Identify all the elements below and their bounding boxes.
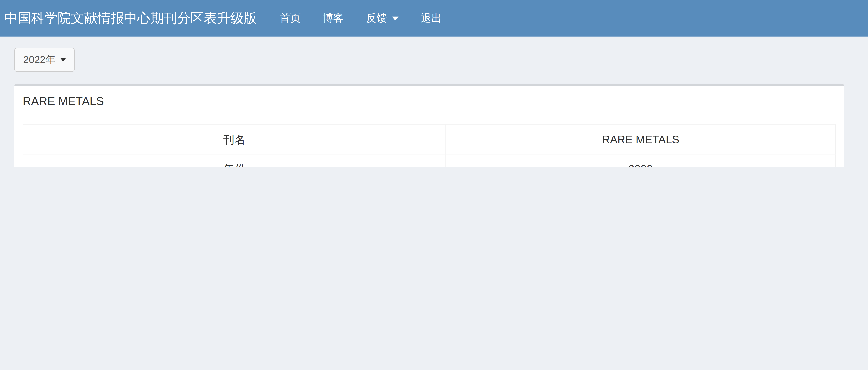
toolbar: 2022年 xyxy=(0,37,868,72)
nav-item-blog[interactable]: 博客 xyxy=(312,0,355,37)
nav-item-feedback[interactable]: 反馈 xyxy=(355,0,410,37)
journal-panel: RARE METALS 刊名 RARE METALS 年份 2022 ISSN … xyxy=(14,84,844,166)
navbar: 中国科学院文献情报中心期刊分区表升级版 首页 博客 反馈 退出 xyxy=(0,0,868,37)
caret-down-icon xyxy=(60,58,66,61)
journal-info-table: 刊名 RARE METALS 年份 2022 ISSN 1001-0521 Re… xyxy=(23,124,836,166)
panel-body: 刊名 RARE METALS 年份 2022 ISSN 1001-0521 Re… xyxy=(14,116,844,166)
nav-item-home[interactable]: 首页 xyxy=(269,0,311,37)
nav-item-logout[interactable]: 退出 xyxy=(410,0,453,37)
row-value: 2022 xyxy=(445,154,836,166)
year-dropdown-label: 2022年 xyxy=(23,53,55,66)
table-row: 年份 2022 xyxy=(23,154,836,166)
caret-down-icon xyxy=(392,17,399,21)
journal-title: RARE METALS xyxy=(14,86,844,116)
page: 中国科学院文献情报中心期刊分区表升级版 首页 博客 反馈 退出 2022年 RA… xyxy=(0,0,868,166)
row-value: RARE METALS xyxy=(445,125,836,154)
row-label: 年份 xyxy=(23,154,445,166)
navbar-menu: 首页 博客 反馈 退出 xyxy=(269,0,453,37)
brand-title[interactable]: 中国科学院文献情报中心期刊分区表升级版 xyxy=(4,0,257,37)
year-dropdown-button[interactable]: 2022年 xyxy=(14,48,75,72)
nav-item-feedback-label: 反馈 xyxy=(366,11,387,25)
table-row: 刊名 RARE METALS xyxy=(23,125,836,154)
row-label: 刊名 xyxy=(23,125,445,154)
